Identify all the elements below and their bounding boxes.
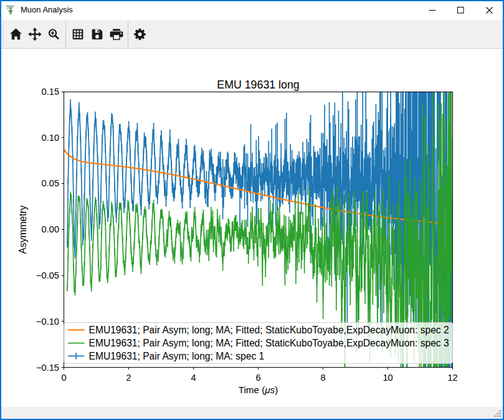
svg-text:0.00: 0.00 bbox=[42, 224, 59, 234]
svg-text:−0.15: −0.15 bbox=[36, 363, 59, 373]
svg-text:0.15: 0.15 bbox=[42, 87, 59, 97]
svg-text:12: 12 bbox=[447, 373, 457, 383]
svg-text:6: 6 bbox=[255, 373, 260, 383]
svg-text:−0.10: −0.10 bbox=[36, 317, 59, 327]
svg-text:0.10: 0.10 bbox=[42, 133, 59, 143]
svg-text:4: 4 bbox=[191, 373, 196, 383]
svg-text:EMU19631; Pair Asym; long; MA;: EMU19631; Pair Asym; long; MA; Fitted; S… bbox=[89, 338, 449, 348]
svg-text:−0.05: −0.05 bbox=[36, 270, 59, 280]
svg-text:Asymmetry: Asymmetry bbox=[17, 205, 28, 254]
svg-text:EMU19631; Pair Asym; long; MA;: EMU19631; Pair Asym; long; MA; Fitted; S… bbox=[89, 325, 449, 335]
svg-text:0.05: 0.05 bbox=[42, 178, 59, 188]
svg-text:8: 8 bbox=[320, 373, 325, 383]
svg-text:10: 10 bbox=[383, 373, 392, 383]
svg-text:EMU19631; Pair Asym; long; MA:: EMU19631; Pair Asym; long; MA: spec 1 bbox=[89, 351, 265, 361]
svg-text:Time (μs): Time (μs) bbox=[239, 384, 278, 395]
svg-text:0: 0 bbox=[62, 373, 67, 383]
svg-text:2: 2 bbox=[126, 373, 131, 383]
svg-text:EMU 19631 long: EMU 19631 long bbox=[217, 79, 299, 91]
